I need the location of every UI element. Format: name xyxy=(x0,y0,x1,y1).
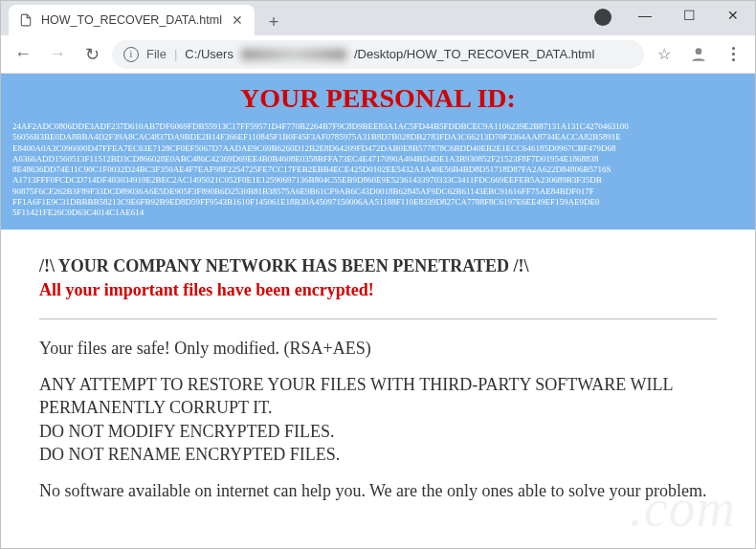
ransom-body: /!\ YOUR COMPANY NETWORK HAS BEEN PENETR… xyxy=(1,230,755,544)
file-scheme-label: File xyxy=(146,47,167,61)
warn-line-1: ANY ATTEMPT TO RESTORE YOUR FILES WITH T… xyxy=(39,375,673,417)
browser-window: HOW_TO_RECOVER_DATA.html ✕ + — ☐ ✕ ← → ↻… xyxy=(0,0,756,549)
file-icon xyxy=(18,12,33,28)
penetrated-line: /!\ YOUR COMPANY NETWORK HAS BEEN PENETR… xyxy=(39,254,717,277)
ransom-header-block: YOUR PERSONAL ID: 24AF2ADC0806DDE3ADF237… xyxy=(1,74,755,230)
page-content[interactable]: YOUR PERSONAL ID: 24AF2ADC0806DDE3ADF237… xyxy=(1,74,755,548)
address-bar[interactable]: i File | C:/Users /Desktop/HOW_TO_RECOVE… xyxy=(112,40,644,69)
back-button[interactable]: ← xyxy=(9,40,37,69)
url-text-prefix: C:/Users xyxy=(185,47,233,61)
warn-line-2: DO NOT MODIFY ENCRYPTED FILES. xyxy=(39,422,335,441)
url-separator: | xyxy=(174,47,177,61)
url-text-suffix: /Desktop/HOW_TO_RECOVER_DATA.html xyxy=(354,47,594,61)
account-indicator-icon[interactable] xyxy=(594,9,611,26)
minimize-button[interactable]: — xyxy=(623,1,667,30)
personal-id-heading: YOUR PERSONAL ID: xyxy=(12,83,744,114)
personal-id-value: 24AF2ADC0806DDE3ADF237D610AB7DF6069FDB55… xyxy=(12,121,744,218)
warn-line-3: DO NOT RENAME ENCRYPTED FILES. xyxy=(39,445,340,464)
new-tab-button[interactable]: + xyxy=(260,9,287,35)
nosoftware-paragraph: No software available on internet can he… xyxy=(39,479,717,502)
maximize-button[interactable]: ☐ xyxy=(667,1,711,30)
browser-tab[interactable]: HOW_TO_RECOVER_DATA.html ✕ xyxy=(9,5,255,35)
bookmark-star-icon[interactable]: ☆ xyxy=(650,40,678,69)
toolbar: ← → ↻ i File | C:/Users /Desktop/HOW_TO_… xyxy=(1,35,755,74)
files-safe-paragraph: Your files are safe! Only modified. (RSA… xyxy=(39,337,717,360)
reload-button[interactable]: ↻ xyxy=(78,40,106,69)
close-window-button[interactable]: ✕ xyxy=(711,1,755,30)
site-info-icon[interactable]: i xyxy=(123,47,139,62)
close-tab-icon[interactable]: ✕ xyxy=(230,12,245,28)
encrypted-line: All your important files have been encry… xyxy=(39,278,717,301)
titlebar: HOW_TO_RECOVER_DATA.html ✕ + — ☐ ✕ xyxy=(1,1,755,35)
kebab-menu-icon[interactable] xyxy=(719,40,747,69)
window-controls: — ☐ ✕ xyxy=(623,1,755,30)
tab-title: HOW_TO_RECOVER_DATA.html xyxy=(41,13,222,27)
svg-point-0 xyxy=(696,48,702,55)
warning-paragraph: ANY ATTEMPT TO RESTORE YOUR FILES WITH T… xyxy=(39,373,717,466)
forward-button[interactable]: → xyxy=(43,40,72,69)
profile-avatar-icon[interactable] xyxy=(684,40,713,69)
url-redacted-segment xyxy=(241,49,346,60)
divider xyxy=(39,318,717,319)
